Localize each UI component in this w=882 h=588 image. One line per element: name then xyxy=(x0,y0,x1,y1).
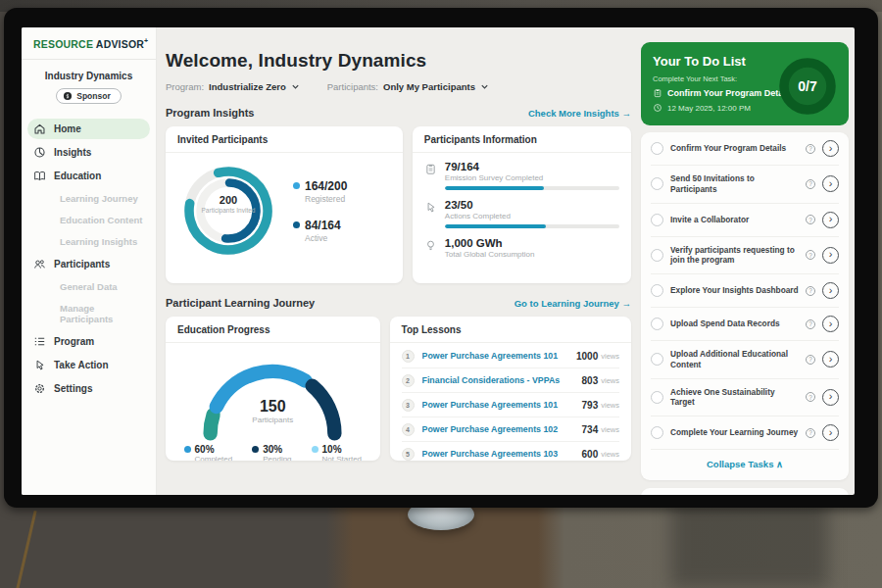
lesson-link[interactable]: Power Purchase Agreements 103 xyxy=(422,449,582,459)
chevron-right-icon[interactable]: › xyxy=(822,389,839,406)
check-more-insights-link[interactable]: Check More Insights → xyxy=(528,108,631,119)
todo-task-row: Upload Spend Data Records ? › xyxy=(651,308,839,341)
sidebar-item-manage-participants[interactable]: Manage Participants xyxy=(27,299,150,328)
info-icon[interactable]: ? xyxy=(806,215,815,224)
legend-active: 84/164 Active xyxy=(293,219,347,243)
chevron-right-icon[interactable]: › xyxy=(822,247,839,264)
progress-bar xyxy=(445,224,619,228)
pending-dot-icon xyxy=(252,446,259,453)
info-icon[interactable]: ? xyxy=(806,179,815,189)
monitor-bezel: RESOURCE ADVISOR+ Industry Dynamics Spon… xyxy=(4,8,878,508)
sidebar-item-home[interactable]: Home xyxy=(27,119,150,139)
task-checkbox[interactable] xyxy=(651,214,663,226)
todo-task-row: Send 50 Invitations to Participants ? › xyxy=(651,166,839,204)
not-started-label: Not Started xyxy=(322,455,362,461)
lesson-rank-badge: 3 xyxy=(402,399,415,412)
task-checkbox[interactable] xyxy=(651,142,663,155)
progress-bar xyxy=(445,186,619,190)
task-checkbox[interactable] xyxy=(651,284,663,297)
active-value: 84/164 xyxy=(305,219,341,232)
sponsor-coin-icon xyxy=(63,91,73,101)
task-checkbox[interactable] xyxy=(651,426,663,439)
brand-plus: + xyxy=(144,37,148,44)
lesson-row: 3 Power Purchase Agreements 101 793 view… xyxy=(402,392,619,416)
task-checkbox[interactable] xyxy=(651,391,663,404)
info-icon[interactable]: ? xyxy=(806,250,815,260)
registered-label: Registered xyxy=(305,194,347,204)
lesson-views-count: 734 xyxy=(582,424,599,435)
chevron-right-icon[interactable]: › xyxy=(822,175,839,192)
take-action-icon xyxy=(33,359,46,371)
page-title: Welcome, Industry Dynamics xyxy=(166,50,631,72)
info-icon[interactable]: ? xyxy=(806,319,815,329)
sidebar-item-participants[interactable]: Participants xyxy=(27,254,150,274)
sidebar-nav: Home Insights Education Learning Journey… xyxy=(22,119,156,399)
collapse-tasks-link[interactable]: Collapse Tasks ∧ xyxy=(651,450,839,480)
participants-filter-dropdown[interactable]: Participants: Only My Participants xyxy=(327,81,489,92)
task-checkbox[interactable] xyxy=(651,353,663,366)
lesson-row: 5 Power Purchase Agreements 103 600 view… xyxy=(402,441,619,461)
participants-info-row: 23/50 Actions Completed xyxy=(424,199,619,228)
education-card-title: Education Progress xyxy=(166,317,380,343)
todo-column: Your To Do List Complete Your Next Task:… xyxy=(641,27,855,495)
completed-dot-icon xyxy=(184,446,191,453)
lesson-views-suffix: views xyxy=(601,401,619,410)
task-checkbox[interactable] xyxy=(651,318,663,330)
participants-icon xyxy=(33,258,46,270)
chevron-right-icon[interactable]: › xyxy=(822,424,839,441)
info-icon[interactable]: ? xyxy=(806,428,815,438)
lesson-link[interactable]: Financial Considerations - VPPAs xyxy=(422,375,582,385)
chevron-right-icon[interactable]: › xyxy=(822,282,839,299)
progress-fill xyxy=(445,224,546,228)
lesson-rank-badge: 2 xyxy=(402,374,415,387)
chevron-right-icon[interactable]: › xyxy=(822,212,839,228)
todo-tasks-panel: Confirm Your Program Details ? › Send 50… xyxy=(641,132,849,480)
todo-progress-ring: 0/7 xyxy=(776,55,839,118)
sidebar-item-education[interactable]: Education xyxy=(27,166,150,186)
sidebar-item-education-content[interactable]: Education Content xyxy=(27,211,150,229)
registered-dot-icon xyxy=(293,182,300,189)
lesson-link[interactable]: Power Purchase Agreements 101 xyxy=(422,400,582,410)
info-value: 1,000 GWh xyxy=(445,237,619,249)
sidebar-item-settings[interactable]: Settings xyxy=(27,378,150,399)
task-checkbox[interactable] xyxy=(651,249,663,262)
lesson-link[interactable]: Power Purchase Agreements 102 xyxy=(422,424,582,434)
bulb-icon xyxy=(424,239,437,252)
app-logo[interactable]: RESOURCE ADVISOR+ xyxy=(22,37,156,50)
todo-task-row: Complete Your Learning Journey ? › xyxy=(651,416,839,450)
chevron-right-icon[interactable]: › xyxy=(822,316,839,332)
divider xyxy=(22,59,156,60)
todo-counter: 0/7 xyxy=(798,78,817,94)
background-shadow-band xyxy=(671,500,828,588)
sponsor-badge[interactable]: Sponsor xyxy=(56,88,121,104)
info-label: Total Global Consumption xyxy=(445,250,619,259)
sidebar-item-insights[interactable]: Insights xyxy=(27,142,150,163)
sidebar-item-learning-insights[interactable]: Learning Insights xyxy=(27,232,150,251)
info-icon[interactable]: ? xyxy=(806,144,815,154)
insights-icon xyxy=(33,146,46,159)
go-to-learning-journey-link[interactable]: Go to Learning Journey → xyxy=(514,298,631,309)
info-icon[interactable]: ? xyxy=(806,355,815,365)
legend-not-started: 10% Not Started xyxy=(312,444,362,461)
sidebar-item-learning-journey[interactable]: Learning Journey xyxy=(27,189,150,208)
brand-secondary: ADVISOR xyxy=(96,38,144,50)
chevron-right-icon[interactable]: › xyxy=(822,351,839,368)
sidebar: RESOURCE ADVISOR+ Industry Dynamics Spon… xyxy=(22,27,157,495)
lesson-views-count: 1000 xyxy=(576,351,598,362)
chevron-down-icon xyxy=(480,82,489,91)
todo-due-date: 12 May 2025, 12:00 PM xyxy=(667,104,751,113)
info-icon[interactable]: ? xyxy=(806,392,815,402)
info-icon[interactable]: ? xyxy=(806,286,815,296)
chevron-right-icon[interactable]: › xyxy=(822,140,839,157)
program-filter-dropdown[interactable]: Program: Industrialize Zero xyxy=(166,81,300,92)
learning-journey-heading: Participant Learning Journey xyxy=(166,297,315,309)
sidebar-item-take-action[interactable]: Take Action xyxy=(27,355,150,375)
sidebar-item-program[interactable]: Program xyxy=(27,331,150,352)
completed-label: Completed xyxy=(195,455,233,461)
pinfo-card-title: Participants Information xyxy=(413,126,631,153)
sidebar-item-general-data[interactable]: General Data xyxy=(27,277,150,296)
education-gauge-chart: 150 Participants xyxy=(179,347,366,441)
lesson-link[interactable]: Power Purchase Agreements 101 xyxy=(422,351,576,361)
todo-task-row: Confirm Your Program Details ? › xyxy=(651,132,839,166)
task-checkbox[interactable] xyxy=(651,177,663,190)
